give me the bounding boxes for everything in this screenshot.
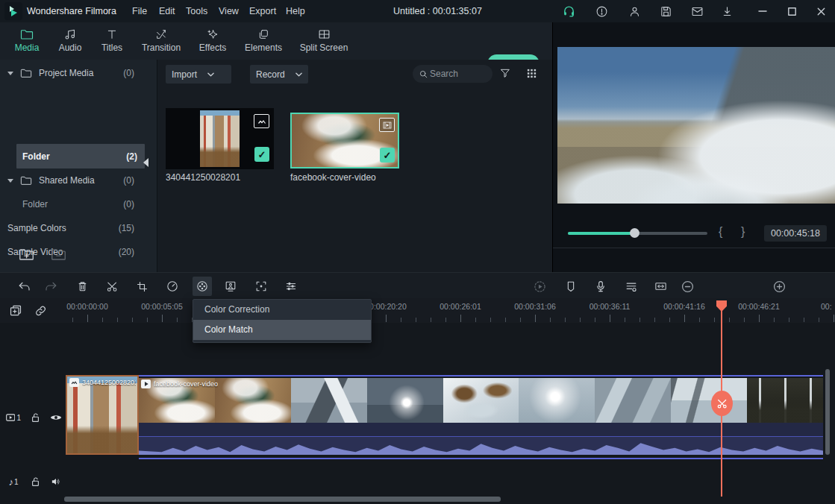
menu-item-color-match[interactable]: Color Match [193,320,371,340]
delete-button[interactable] [72,277,92,296]
mark-in-brace[interactable]: { [719,225,722,239]
folder-icon [20,175,32,186]
tab-split-screen[interactable]: Split Screen [292,28,356,58]
download-icon[interactable] [719,4,734,19]
audio-mixer-button[interactable] [622,277,641,296]
maximize-button[interactable] [784,4,799,19]
timeline-ruler[interactable]: 00:00:00:00 00:00:05:05 00:00:10:10 00:0… [0,298,835,324]
tab-effects[interactable]: Effects [191,28,234,58]
account-icon[interactable] [627,4,642,19]
vertical-scrollbar[interactable] [825,369,830,455]
marker-button[interactable] [561,277,581,296]
sidebar-label: Shared Media [39,175,95,186]
mail-icon[interactable] [689,4,704,19]
video-track-visibility-eye-icon[interactable] [49,411,63,424]
folder-icon [20,68,32,78]
elements-icon [257,28,269,40]
image-thumbnail [200,110,240,167]
speed-button[interactable] [163,277,182,296]
menu-help[interactable]: Help [281,0,310,22]
info-icon[interactable] [594,4,609,19]
grid-view-icon[interactable] [526,68,537,79]
tab-effects-label: Effects [199,42,226,53]
audio-track-lock-icon[interactable] [28,475,43,488]
redo-button[interactable] [41,277,60,296]
tab-transition[interactable]: Transition [134,28,188,58]
search-box[interactable] [413,65,492,83]
media-item-name: facebook-cover-video [290,172,376,183]
ruler-label: 00:00:31:06 [498,302,572,311]
tab-audio[interactable]: Audio [51,28,90,58]
menu-export[interactable]: Export [245,0,281,22]
link-clips-button[interactable] [34,305,47,317]
split-scissors-button[interactable] [102,277,122,296]
sidebar-label: Project Media [39,68,93,78]
selected-check-icon[interactable]: ✓ [380,148,395,163]
sidebar-count: (0) [123,175,134,186]
tab-elements-label: Elements [245,42,282,53]
sidebar-item-folder-selected[interactable]: Folder (2) [16,144,145,168]
expand-caret-icon[interactable] [7,179,13,183]
menu-view[interactable]: View [214,0,243,22]
menu-file[interactable]: File [128,0,151,22]
zoom-to-fit-button[interactable] [251,277,271,296]
search-input[interactable] [428,68,478,80]
sidebar-count: (0) [123,68,134,78]
media-item-image[interactable]: ✓ [166,108,274,169]
import-dropdown[interactable]: Import [166,65,231,84]
minimize-button[interactable] [755,4,770,19]
transition-icon [155,28,167,40]
color-button[interactable] [193,277,212,296]
audio-track-mute-speaker-icon[interactable] [49,475,63,488]
support-headset-icon[interactable] [561,4,576,19]
tab-split-screen-label: Split Screen [300,42,348,53]
menu-tools[interactable]: Tools [181,0,212,22]
horizontal-scrollbar[interactable] [64,497,501,502]
close-button[interactable] [813,4,828,19]
ruler-major-ticks [66,315,835,322]
adjust-settings-button[interactable] [281,277,301,296]
preview-video-frame[interactable] [557,47,835,204]
selected-check-icon[interactable]: ✓ [254,147,269,162]
media-item-video[interactable]: ✓ [290,113,399,168]
delete-folder-button[interactable] [51,248,66,261]
expand-caret-icon[interactable] [7,72,13,75]
sidebar-item-folder2[interactable]: Folder (0) [0,192,157,216]
tab-titles[interactable]: Titles [94,28,130,58]
menu-item-color-correction[interactable]: Color Correction [193,300,371,320]
record-dropdown[interactable]: Record [250,65,308,84]
sidebar-item-sample-colors[interactable]: Sample Colors (15) [0,216,157,240]
audio-track-number: 1 [14,478,19,486]
mark-out-brace[interactable]: } [741,225,745,239]
add-to-timeline-button[interactable] [9,304,22,317]
filter-icon[interactable] [499,67,511,79]
tab-titles-label: Titles [101,42,122,53]
zoom-out-button[interactable] [678,277,697,296]
chevron-down-icon [295,72,302,77]
split-scissors-cursor-icon[interactable] [711,391,733,416]
collapse-panel-arrow[interactable] [143,158,148,167]
sidebar-item-project-media[interactable]: Project Media (0) [0,61,157,85]
fit-timeline-button[interactable] [651,277,670,296]
timeline-toolbar [0,272,835,300]
tab-media[interactable]: Media [6,28,48,58]
add-folder-button[interactable] [19,248,34,261]
render-preview-button[interactable] [530,277,549,296]
save-icon[interactable] [658,4,673,19]
seek-bar-handle[interactable] [630,228,639,238]
tab-elements[interactable]: Elements [239,28,288,58]
timeline-clip-image[interactable]: 340441250028201 [66,375,139,455]
zoom-in-button[interactable] [769,277,789,296]
media-tab-bar: Media Audio Titles Transition Effects El… [0,22,552,60]
undo-button[interactable] [15,277,34,296]
voiceover-mic-button[interactable] [591,277,610,296]
video-track-icon: 1 [6,411,21,424]
media-item-name: 340441250028201 [166,172,240,183]
app-title: Wondershare Filmora [27,0,116,22]
sidebar-item-shared-media[interactable]: Shared Media (0) [0,168,157,192]
ruler-label: 00:00:41:16 [647,302,722,311]
motion-tracking-button[interactable] [221,277,240,296]
crop-button[interactable] [132,277,151,296]
video-track-lock-icon[interactable] [28,411,43,424]
menu-edit[interactable]: Edit [154,0,180,22]
